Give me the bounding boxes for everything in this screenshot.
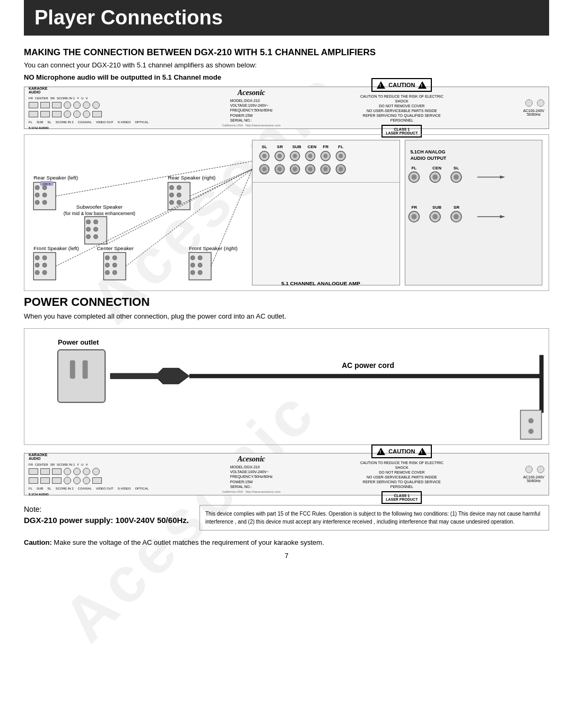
conn-circle-5 (64, 110, 71, 118)
rr-d2 (177, 185, 181, 190)
bottom-label-row-2: FL SUB SL SCORE IN 2 COAXIAL VIDEO OUT S… (29, 487, 149, 490)
line-rl-sl (56, 161, 252, 196)
fr2-d6 (198, 270, 202, 275)
rp-conn-sub-inner (432, 214, 438, 219)
rca-fr-2-inner (324, 167, 328, 172)
title-text: Player Connections (34, 6, 223, 29)
no-mic-note: NO Microphone audio will be outputted in… (24, 73, 549, 81)
fr2-d1 (190, 255, 195, 260)
speaker-diagram: Rear Speaker (left) Subwoofer Speaker (f… (24, 134, 549, 291)
conn-box-b1 (29, 468, 38, 475)
caution-triangle-icon2 (418, 81, 427, 89)
caution-triangle-icon-3 (377, 448, 385, 455)
conn-circle-b6 (73, 477, 81, 484)
device-left-panel: KARAOKEAUDIO FR CENTER SR SCORE IN 1 Y U… (29, 87, 149, 130)
fr2-d3 (190, 263, 195, 267)
rca-sl-1-inner (262, 154, 266, 158)
s-video-label: S-VIDEO (118, 121, 131, 124)
rl-d5 (35, 200, 39, 204)
karaoke-audio-label: KARAOKEAUDIO (29, 87, 149, 94)
indicator-b1 (525, 466, 533, 473)
rp-conn-cen-inner (432, 174, 438, 179)
center-label-2: CENTER (35, 463, 48, 466)
cs-d3 (105, 263, 109, 267)
device-center-panel-2: Acesonic MODEL:DGX-210 VOLTAGE:100V-240V… (222, 455, 281, 493)
optical-label-2: OPTICAL (135, 487, 149, 490)
rp-sl: SL (454, 166, 459, 170)
y-label-2: Y (77, 463, 79, 466)
rl-d3 (35, 193, 39, 197)
rl-d1 (35, 185, 39, 190)
video-out-label-2: VIDEO OUT (96, 487, 114, 490)
top-connector-row-2: FR CENTER SR SCORE IN 1 Y U V (29, 463, 149, 466)
device-indicator-2 (528, 429, 534, 434)
fl-d4 (42, 263, 47, 267)
rp-sub: SUB (432, 205, 441, 210)
voltage-label-2: AC100-240V50/60Hz (523, 475, 544, 483)
caution-section: CAUTION CAUTION TO REDUCE THE RISK OF EL… (354, 78, 449, 138)
rp-conn-fr-inner (411, 214, 416, 219)
page-container: Acesonic Acesonic Player Connections MAK… (0, 0, 573, 728)
caution-triangle-icon-4 (418, 448, 427, 455)
amp-fl: FL (338, 144, 343, 149)
amp-right-panel (405, 140, 542, 285)
conn-circle-b2 (73, 468, 81, 475)
karaoke-audio-label-2: KARAOKEAUDIO (29, 453, 149, 460)
analog-output-label: 5.1CH ANALOG (410, 149, 445, 155)
fl-d6 (42, 270, 47, 275)
caution-final: Caution: Make sure the voltage of the AC… (24, 538, 549, 546)
bottom-label-row: FL SUB SL SCORE IN 2 COAXIAL VIDEO OUT S… (29, 121, 149, 124)
acesonic-logo: Acesonic (238, 89, 265, 97)
power-outlet-svg-label: Power outlet (58, 338, 99, 346)
conn-circle-1 (64, 101, 71, 109)
indicator-b2 (537, 466, 544, 473)
fr2-d5 (190, 270, 195, 275)
fr-label: FR (29, 97, 33, 100)
rp-conn-fl-inner (411, 174, 416, 179)
conn-circle-4 (92, 101, 100, 109)
device-specs: MODEL:DGX-210 VOLTAGE:100V-240V~ FREQUEN… (230, 98, 273, 122)
front-left-label: Front Speaker (left) (33, 245, 79, 251)
rca-sr-1-inner (277, 154, 282, 158)
sb-d4 (93, 227, 98, 232)
rr-d3 (170, 193, 174, 197)
sub-label: SUB (37, 121, 43, 124)
california-label-2: California USA http://www.acesonic.com (222, 490, 281, 493)
subwoofer-note: (for mid & low bass enhancement) (64, 211, 135, 216)
rca-cen-2-inner (308, 167, 312, 172)
device-specs-2: MODEL:DGX-210 VOLTAGE:100V-240V~ FREQUEN… (230, 465, 273, 489)
power-heading: POWER CONNECTION (24, 295, 549, 309)
video-out-label: VIDEO OUT (96, 121, 114, 124)
power-diagram: Power outlet AC power cord (24, 328, 549, 445)
sl-label: SL (47, 121, 51, 124)
rca-sub-1-inner (293, 154, 297, 158)
rr-d4 (177, 193, 181, 197)
section1-subheading: You can connect your DGX-210 with 5.1 ch… (24, 61, 549, 69)
amp-cen: CEN (308, 144, 317, 149)
bottom-conn-circles-2 (29, 477, 149, 484)
device-right-panel: AC100-240V50/60Hz (523, 99, 544, 116)
fl-d1 (35, 255, 39, 260)
rca-fl-2-inner (338, 167, 343, 172)
conn-box-b5 (40, 477, 50, 484)
v-label-2: V (85, 463, 88, 466)
caution-box: CAUTION (371, 78, 432, 92)
ac-cord-label: AC power cord (342, 361, 394, 370)
note-left: Note: DGX-210 power supply: 100V-240V 50… (24, 505, 189, 530)
caution-section-2: CAUTION CAUTION TO REDUCE THE RISK OF EL… (354, 444, 449, 504)
outlet-box (58, 350, 105, 402)
center-speaker-label: Center Speaker (97, 245, 134, 251)
u-label: U (81, 97, 83, 100)
sub-label-2: SUB (37, 487, 43, 490)
rca-fr-1-inner (324, 154, 328, 158)
v-label: V (85, 97, 88, 100)
amp-panel (252, 140, 400, 285)
sb-d2 (93, 220, 98, 224)
line-fr-fr (211, 169, 252, 267)
conn-box-4 (29, 111, 38, 117)
y-label: Y (77, 97, 79, 100)
fr2-d4 (198, 263, 202, 267)
caution-box-2: CAUTION (371, 444, 432, 458)
score-in2-label: SCORE IN 2 (56, 121, 74, 124)
sb-d3 (86, 227, 91, 232)
